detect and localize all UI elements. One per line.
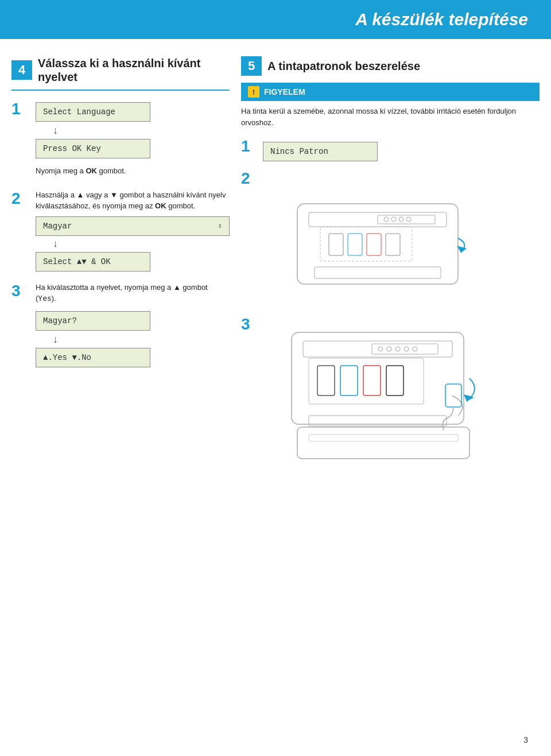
svg-rect-26 — [386, 366, 403, 396]
svg-rect-23 — [317, 366, 335, 396]
svg-rect-30 — [297, 427, 469, 459]
section5-title: A tintapatronok beszerelése — [267, 60, 420, 73]
dropdown-value: Magyar — [43, 222, 72, 231]
main-content: 4 Válassza ki a használni kívánt nyelvet… — [0, 39, 551, 490]
right-step2-image — [263, 169, 504, 309]
section-5-column: 5 A tintapatronok beszerelése ! FIGYELEM… — [241, 56, 540, 472]
right-step3-label: 3 — [241, 315, 257, 334]
right-step2-row: 2 — [241, 169, 540, 309]
caution-text: Ha tinta kerül a szemébe, azonnal mossa … — [241, 106, 540, 128]
caution-label: FIGYELEM — [264, 87, 305, 96]
svg-point-4 — [391, 217, 396, 222]
step2-content: Használja a ▲ vagy a ▼ gombot a használn… — [36, 189, 230, 274]
lcd-magyar-question: Magyar? — [36, 311, 150, 331]
section-4-column: 4 Válassza ki a használni kívánt nyelvet… — [11, 56, 230, 472]
step3-row: 3 Ha kiválasztotta a nyelvet, nyomja meg… — [11, 282, 230, 370]
svg-point-21 — [413, 347, 417, 351]
caution-header: ! FIGYELEM — [241, 83, 540, 101]
step1-body: Nyomja meg a OK gombot. — [36, 165, 230, 177]
section4-title: Válassza ki a használni kívánt nyelvet — [38, 56, 230, 84]
caution-block: ! FIGYELEM Ha tinta kerül a szemébe, azo… — [241, 83, 540, 128]
svg-rect-31 — [309, 435, 458, 441]
step3-body: Ha kiválasztotta a nyelvet, nyomja meg a… — [36, 282, 230, 304]
caution-icon: ! — [248, 86, 259, 98]
svg-rect-13 — [386, 234, 400, 255]
svg-point-3 — [384, 217, 389, 222]
svg-rect-15 — [303, 341, 452, 357]
svg-rect-7 — [315, 267, 441, 278]
step2-row: 2 Használja a ▲ vagy a ▼ gombot a haszná… — [11, 189, 230, 274]
arrow2: ↓ — [53, 238, 230, 249]
svg-point-20 — [404, 347, 409, 351]
svg-point-19 — [395, 347, 400, 351]
svg-rect-22 — [309, 358, 424, 404]
page-title: A készülék telepítése — [355, 10, 528, 29]
right-step1-content: Nincs Patron — [263, 137, 378, 164]
svg-point-18 — [387, 347, 391, 351]
lcd-yes-no: ▲.Yes ▼.No — [36, 348, 150, 367]
page-header: A készülék telepítése — [0, 0, 551, 39]
svg-rect-10 — [329, 234, 343, 255]
step2-body: Használja a ▲ vagy a ▼ gombot a használn… — [36, 189, 230, 212]
svg-rect-16 — [372, 344, 438, 354]
right-step1-label: 1 — [241, 137, 257, 156]
printer-illustration-3 — [263, 315, 504, 464]
svg-rect-9 — [320, 227, 412, 261]
step1-row: 1 Select Language ↓ Press OK Key Nyomja … — [11, 100, 230, 181]
lcd-select-language: Select Language — [36, 102, 150, 122]
svg-rect-11 — [348, 234, 362, 255]
svg-rect-25 — [363, 366, 381, 396]
step3-content: Ha kiválasztotta a nyelvet, nyomja meg a… — [36, 282, 230, 370]
right-step3-row: 3 — [241, 315, 540, 467]
step3-label: 3 — [11, 282, 28, 300]
svg-point-5 — [399, 217, 403, 222]
step2-label: 2 — [11, 189, 28, 208]
svg-rect-27 — [445, 384, 461, 407]
svg-rect-24 — [340, 366, 358, 396]
lcd-nincs-patron: Nincs Patron — [263, 142, 378, 161]
right-step1-row: 1 Nincs Patron — [241, 137, 540, 164]
section5-number-badge: 5 — [241, 56, 262, 76]
step1-label: 1 — [11, 100, 28, 118]
lcd-magyar-dropdown: Magyar ⇕ — [36, 216, 230, 236]
printer-illustration-2 — [263, 169, 504, 307]
svg-point-6 — [406, 217, 411, 222]
step1-content: Select Language ↓ Press OK Key Nyomja me… — [36, 100, 230, 181]
section4-divider — [11, 90, 230, 91]
right-step2-label: 2 — [241, 169, 257, 188]
arrow1: ↓ — [53, 125, 230, 135]
lcd-select-ok: Select ▲▼ & OK — [36, 252, 150, 272]
lcd-press-ok-key: Press OK Key — [36, 139, 150, 158]
page-number: 3 — [523, 735, 528, 745]
right-step3-image — [263, 315, 504, 467]
section4-number-badge: 4 — [11, 60, 32, 80]
svg-point-17 — [378, 347, 383, 351]
svg-rect-12 — [367, 234, 381, 255]
arrow3: ↓ — [53, 334, 230, 344]
dropdown-arrow-icon: ⇕ — [218, 222, 222, 230]
